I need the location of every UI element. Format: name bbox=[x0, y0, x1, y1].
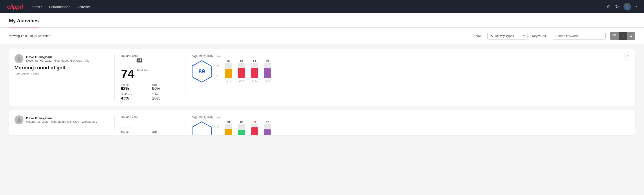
compact-view-toggle[interactable]: ≡ bbox=[628, 32, 635, 40]
show-label: Show: bbox=[473, 34, 482, 38]
round-score-number: 74 bbox=[121, 68, 134, 80]
nav-activities[interactable]: Activities bbox=[78, 4, 90, 10]
card-left: Dave Billingham December 05, 2021 - Gog … bbox=[14, 54, 108, 76]
bar-chart-inner: 100 50 0 94 OTT 82 bbox=[217, 116, 272, 136]
quality-section: Avg Shot Quality 89 bbox=[192, 54, 213, 83]
card-left: Dave Billingham October 16, 2021 - Gog M… bbox=[14, 115, 108, 126]
profile-chevron[interactable]: ▾ bbox=[636, 5, 637, 8]
y-label: 100 bbox=[217, 116, 221, 119]
activity-title: Morning round of golf bbox=[14, 65, 108, 71]
bar-fill-ott bbox=[226, 69, 232, 78]
avatar bbox=[14, 54, 24, 63]
bar-group-putt: 87 PUTT bbox=[263, 121, 272, 136]
quality-label: Avg Shot Quality bbox=[192, 54, 213, 58]
bar-value-arg: 89 bbox=[253, 60, 256, 62]
user-date: December 05, 2021 - Gog Magog Golf Club … bbox=[26, 59, 89, 62]
stat-item: GIR 50% bbox=[152, 83, 179, 91]
card-divider bbox=[114, 54, 115, 100]
user-name: Dave Billingham bbox=[26, 116, 97, 120]
user-info: Dave Billingham December 05, 2021 - Gog … bbox=[26, 55, 89, 62]
bar-group-putt: 89 PUTT bbox=[263, 60, 272, 82]
stat-value-fw-hit: 62% bbox=[121, 86, 148, 91]
round-score-number bbox=[121, 120, 132, 128]
card-quality: Avg Shot Quality 89 100 50 0 bbox=[192, 54, 272, 83]
round-score-label: Round Score bbox=[121, 54, 179, 58]
svg-marker-3 bbox=[192, 122, 211, 136]
brand-logo[interactable]: clippd bbox=[7, 3, 23, 10]
viewing-text: Viewing 12 out of 29 Activities bbox=[9, 34, 50, 38]
bar-value-putt: 87 bbox=[266, 121, 269, 124]
user-info: Dave Billingham October 16, 2021 - Gog M… bbox=[26, 116, 97, 124]
stat-value: 43% bbox=[121, 134, 148, 136]
bar-fill-arg bbox=[251, 128, 258, 136]
avatar bbox=[14, 115, 24, 124]
keywords-label: Keywords: bbox=[532, 34, 546, 38]
y-axis: 100 50 0 bbox=[217, 55, 221, 82]
list-view-toggle[interactable]: ☰ bbox=[610, 32, 619, 40]
hexagon-shape bbox=[192, 121, 212, 136]
stat-value-updown: 43% bbox=[121, 96, 148, 100]
card-stats: Round Score FW Hit 43% GIR 56% bbox=[121, 115, 179, 136]
bar-value-ott: 85 bbox=[228, 60, 230, 62]
bar-container-putt bbox=[264, 63, 271, 78]
page-title: My Activities bbox=[9, 18, 39, 28]
card-stats: Round Score 74 +4 18 Holes FW Hit 62% GI… bbox=[121, 54, 179, 100]
bar-container-putt bbox=[264, 124, 271, 136]
bar-group-arg: 106 ARG bbox=[250, 121, 259, 136]
nav-teams[interactable]: Teams ▾ bbox=[30, 4, 42, 10]
bar-fill-ott bbox=[226, 129, 232, 136]
edit-button[interactable]: ✏ bbox=[624, 52, 631, 60]
round-score-row: 74 +4 18 Holes bbox=[121, 58, 179, 80]
activity-type-select[interactable]: All Activity Types Round Practice bbox=[487, 32, 528, 40]
chevron-down-icon: ▾ bbox=[41, 6, 42, 8]
keyword-input[interactable] bbox=[552, 32, 606, 40]
filters-bar: Viewing 12 out of 29 Activities Show: Al… bbox=[0, 28, 644, 44]
card-quality: Avg Shot Quality 100 50 0 94 bbox=[192, 115, 272, 136]
hex-score: 89 bbox=[198, 68, 205, 75]
stat-item: Up/Down 43% bbox=[121, 93, 148, 100]
bar-chart: 100 50 0 94 OTT 82 bbox=[217, 116, 272, 136]
nav-performance[interactable]: Performance ▾ bbox=[49, 4, 70, 10]
bar-fill-app bbox=[238, 68, 245, 78]
bar-fill-putt bbox=[264, 68, 271, 78]
y-label: 100 bbox=[217, 55, 221, 58]
activity-card: Dave Billingham December 05, 2021 - Gog … bbox=[9, 49, 635, 106]
avatar[interactable]: 👤 bbox=[624, 3, 631, 10]
bar-fill-putt bbox=[264, 130, 271, 136]
stat-label-gir: GIR bbox=[152, 83, 179, 86]
bar-value-ott: 94 bbox=[228, 121, 230, 124]
bar-group-app: 82 APP bbox=[237, 121, 246, 136]
refresh-icon[interactable]: ↻ bbox=[615, 4, 619, 9]
stat-value-1putt: 28% bbox=[152, 96, 179, 100]
round-score-row bbox=[121, 120, 179, 128]
bar-container-ott bbox=[226, 124, 232, 136]
navbar: clippd Teams ▾ Performance ▾ Activities … bbox=[0, 0, 644, 14]
list-view-icon: ☰ bbox=[613, 34, 616, 38]
round-score-label: Round Score bbox=[121, 115, 179, 119]
card-divider bbox=[114, 115, 115, 130]
activity-type-select-wrapper: All Activity Types Round Practice bbox=[487, 32, 528, 40]
holes-label: 18 Holes bbox=[136, 69, 148, 74]
user-name: Dave Billingham bbox=[26, 55, 89, 59]
bar-chart-inner: 100 50 0 85 OTT 90 bbox=[217, 55, 272, 82]
user-icon: 👤 bbox=[625, 5, 630, 9]
bar-fill-app bbox=[238, 130, 245, 136]
grid-view-toggle[interactable]: ⊞ bbox=[619, 32, 628, 40]
stat-value: 56% bbox=[152, 134, 179, 136]
user-date: October 16, 2021 - Gog Magog Golf Club -… bbox=[26, 120, 97, 124]
stats-grid: FW Hit 43% GIR 56% bbox=[121, 131, 179, 136]
bar-label-ott: OTT bbox=[226, 80, 231, 82]
chevron-down-icon: ▾ bbox=[69, 6, 70, 8]
bar-container-arg bbox=[251, 63, 258, 78]
bar-chart: 100 50 0 85 OTT 90 bbox=[217, 55, 272, 82]
stat-label-fw-hit: FW Hit bbox=[121, 83, 148, 86]
user-row: Dave Billingham December 05, 2021 - Gog … bbox=[14, 54, 108, 63]
quality-section: Avg Shot Quality bbox=[192, 115, 213, 136]
stat-item: 1 Putt 28% bbox=[152, 93, 179, 100]
stats-grid: FW Hit 62% GIR 50% Up/Down 43% 1 Putt 28… bbox=[121, 83, 179, 100]
bar-value-putt: 89 bbox=[266, 60, 269, 62]
add-icon[interactable]: ⊕ bbox=[607, 4, 611, 9]
bar-label-arg: ARG bbox=[252, 80, 257, 82]
stat-value-gir: 50% bbox=[152, 86, 179, 91]
stat-item: GIR 56% bbox=[152, 131, 179, 136]
